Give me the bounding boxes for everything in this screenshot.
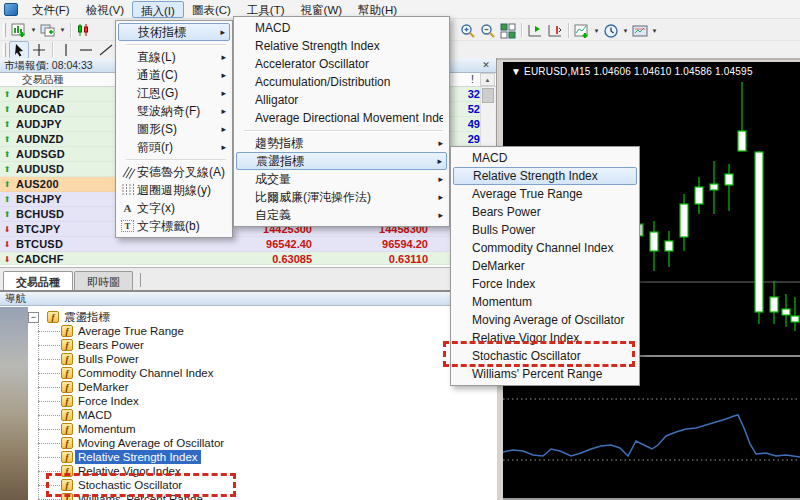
tree-item[interactable]: fAverage True Range <box>28 324 497 338</box>
oscillators-menu-item[interactable]: Williams' Percent Range <box>453 365 637 383</box>
up-arrow-icon: ⬆ <box>4 120 13 129</box>
indicators-menu-item[interactable]: 成交量▸ <box>236 170 447 188</box>
menubar-item[interactable]: 檢視(V) <box>78 1 132 18</box>
menubar-item[interactable]: 幫助(H) <box>350 1 405 18</box>
cursor-icon[interactable] <box>9 41 29 59</box>
insert-menu-item[interactable]: 江恩(G)▸ <box>118 84 230 102</box>
insert-menu-item[interactable]: 迴圈週期線(y) <box>118 181 230 199</box>
insert-menu-item[interactable]: 箭頭(r)▸ <box>118 138 230 156</box>
dropdown-caret-icon[interactable]: ▼ <box>29 21 38 39</box>
tab-symbols[interactable]: 交易品種 <box>3 271 73 290</box>
up-arrow-icon: ⬆ <box>4 165 13 174</box>
tree-item[interactable]: fDeMarker <box>28 380 497 394</box>
new-chart-icon[interactable] <box>9 21 29 39</box>
indicators-menu-item[interactable]: 趨勢指標▸ <box>236 134 447 152</box>
market-watch-row[interactable]: ⬇BTCUSD96542.4096594.20 <box>0 237 496 252</box>
menubar-item[interactable]: 圖表(C) <box>184 1 239 18</box>
templates-icon[interactable] <box>630 22 650 40</box>
oscillators-menu-item[interactable]: Moving Average of Oscillator <box>453 311 637 329</box>
dropdown-caret-icon[interactable]: ▼ <box>592 22 601 40</box>
oscillators-menu-item[interactable]: Bears Power <box>453 203 637 221</box>
horizontal-line-icon[interactable] <box>76 41 96 59</box>
close-icon[interactable]: ✕ <box>480 59 492 71</box>
tree-item[interactable]: fBears Power <box>28 338 497 352</box>
oscillators-menu-item[interactable]: Force Index <box>453 275 637 293</box>
tree-item[interactable]: fMoving Average of Oscillator <box>28 436 497 450</box>
indicators-menu-item[interactable]: Average Directional Movement Index <box>236 109 447 127</box>
menu-item-label: 雙波納奇(F) <box>137 103 217 120</box>
spread-column-header[interactable]: ! <box>471 73 474 86</box>
oscillators-menu-item[interactable]: MACD <box>453 149 637 167</box>
menu-item-label: 直線(L) <box>137 49 217 66</box>
insert-menu-item[interactable]: T文字標籤(b) <box>118 217 230 235</box>
candle-body <box>695 187 703 204</box>
up-arrow-icon: ⬆ <box>4 150 13 159</box>
oscillators-menu-item[interactable]: Bulls Power <box>453 221 637 239</box>
tree-item[interactable]: fBulls Power <box>28 352 497 366</box>
dropdown-caret-icon[interactable]: ▼ <box>621 22 630 40</box>
symbol-column-header[interactable]: 交易品種 <box>0 73 64 85</box>
indicators-menu-item[interactable]: MACD <box>236 19 447 37</box>
menubar-item[interactable]: 視窗(W) <box>293 1 351 18</box>
chart-shift-icon[interactable] <box>545 22 565 40</box>
symbol-name: AUDCHF <box>16 87 64 102</box>
menu-item-label: 比爾威廉(渾沌操作法) <box>255 189 434 206</box>
indicators-menu-item[interactable]: Accelerator Oscillator <box>236 55 447 73</box>
zoom-out-icon[interactable] <box>478 22 498 40</box>
oscillators-menu-item[interactable]: Relative Strength Index <box>453 167 637 185</box>
collapse-icon[interactable]: − <box>28 312 39 323</box>
submenu-arrow-icon: ▸ <box>434 210 443 220</box>
dropdown-caret-icon[interactable]: ▼ <box>58 21 67 39</box>
oscillators-menu-item[interactable]: Momentum <box>453 293 637 311</box>
scroll-up-icon[interactable]: ▲ <box>480 73 495 86</box>
insert-menu-item[interactable]: 雙波納奇(F)▸ <box>118 102 230 120</box>
submenu-arrow-icon: ▸ <box>217 124 226 134</box>
indicators-menu-item[interactable]: 自定義▸ <box>236 206 447 224</box>
indicator-f-icon: f <box>61 395 73 407</box>
tree-item[interactable]: fRelative Strength Index <box>28 450 497 464</box>
market-watch-toggle-icon[interactable] <box>74 21 94 39</box>
menubar-item[interactable]: 插入(I) <box>132 1 184 18</box>
add-indicator-icon[interactable] <box>572 22 592 40</box>
tree-item[interactable]: fMomentum <box>28 422 497 436</box>
profiles-icon[interactable] <box>38 21 58 39</box>
insert-menu-item[interactable]: A文字(x) <box>118 199 230 217</box>
crosshair-icon[interactable] <box>29 41 49 59</box>
oscillators-menu-item[interactable]: Average True Range <box>453 185 637 203</box>
toolbar-grip[interactable] <box>3 43 6 57</box>
insert-menu-item[interactable]: 通道(C)▸ <box>118 66 230 84</box>
indicators-menu-item[interactable]: 震盪指標▸ <box>236 152 447 170</box>
periods-icon[interactable] <box>601 22 621 40</box>
tree-item[interactable]: fForce Index <box>28 394 497 408</box>
insert-menu-item[interactable]: 圖形(S)▸ <box>118 120 230 138</box>
market-watch-row[interactable]: ⬇CADCHF0.630850.63110 <box>0 252 496 265</box>
auto-scroll-icon[interactable] <box>525 22 545 40</box>
tree-item[interactable]: fMACD <box>28 408 497 422</box>
indicators-menu-item[interactable]: Accumulation/Distribution <box>236 73 447 91</box>
scrollbar-thumb[interactable] <box>482 88 494 103</box>
dropdown-caret-icon[interactable]: ▼ <box>650 22 659 40</box>
menu-item-label: Commodity Channel Index <box>472 240 633 257</box>
indicators-menu-item[interactable]: Alligator <box>236 91 447 109</box>
submenu-arrow-icon: ▸ <box>434 138 443 148</box>
zoom-in-icon[interactable] <box>458 22 478 40</box>
insert-menu-item[interactable]: 技術指標▸ <box>118 23 230 41</box>
toolbar-grip[interactable] <box>3 23 6 37</box>
tree-root-row[interactable]: −f震盪指標 <box>28 310 497 324</box>
indicators-menu-item[interactable]: Relative Strength Index <box>236 37 447 55</box>
indicators-menu-item[interactable]: 比爾威廉(渾沌操作法)▸ <box>236 188 447 206</box>
insert-menu-item[interactable]: 安德魯分叉線(A) <box>118 163 230 181</box>
oscillators-menu-item[interactable]: DeMarker <box>453 257 637 275</box>
toolbar-separator <box>52 42 53 57</box>
tab-tick-chart[interactable]: 即時圖 <box>74 271 133 290</box>
menu-icon-space <box>453 312 472 328</box>
tile-windows-icon[interactable] <box>498 22 518 40</box>
insert-menu-item[interactable]: 直線(L)▸ <box>118 48 230 66</box>
up-arrow-icon: ⬆ <box>4 105 13 114</box>
oscillators-menu-item[interactable]: Commodity Channel Index <box>453 239 637 257</box>
menubar-item[interactable]: 工具(T) <box>239 1 293 18</box>
vertical-line-icon[interactable] <box>56 41 76 59</box>
tree-item[interactable]: fCommodity Channel Index <box>28 366 497 380</box>
trend-line-icon[interactable] <box>96 41 116 59</box>
menubar-item[interactable]: 文件(F) <box>24 1 78 18</box>
